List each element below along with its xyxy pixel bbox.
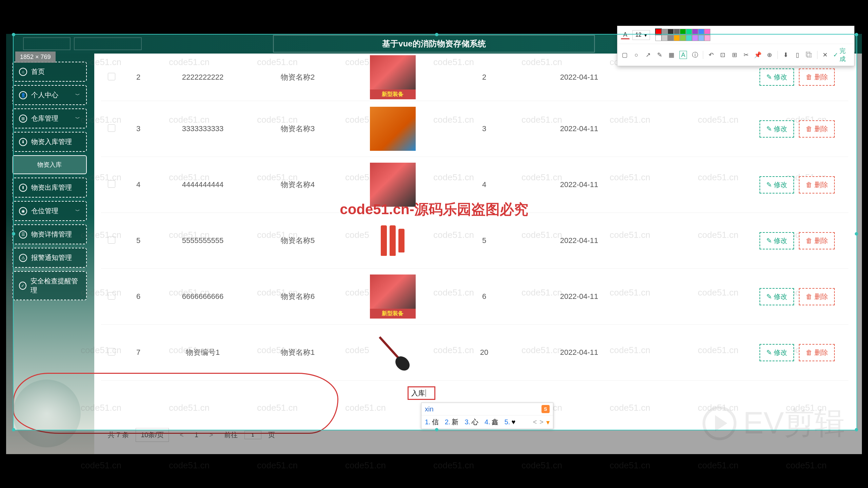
close-icon[interactable]: ✕: [822, 51, 829, 59]
row-code: 5555555555: [155, 236, 250, 245]
done-button[interactable]: ✓ 完成: [833, 47, 851, 63]
row-checkbox[interactable]: [108, 124, 115, 132]
chevron-down-icon: ﹀: [75, 116, 80, 122]
scissors-icon[interactable]: ✂: [743, 51, 750, 59]
sidebar-item-warehouse[interactable]: ⊞仓库管理﹀: [12, 108, 87, 128]
row-checkbox[interactable]: [108, 348, 115, 355]
ime-candidate[interactable]: 1.信: [425, 418, 439, 427]
pen-tool-icon[interactable]: ✎: [656, 51, 664, 59]
row-checkbox[interactable]: [108, 236, 115, 244]
target-icon[interactable]: ⊕: [766, 51, 774, 59]
copy-icon[interactable]: ⿻: [805, 51, 813, 59]
color-swatch[interactable]: [704, 29, 710, 35]
color-swatch[interactable]: [655, 29, 662, 35]
sidebar: ⌂首页 👤个人中心﹀ ⊞仓库管理﹀ ⬇物资入库管理 物资入库 ⬆物资出库管理 ◉…: [12, 62, 87, 380]
delete-button[interactable]: 🗑 删除: [799, 232, 835, 249]
ime-input-row: xin S: [421, 403, 553, 415]
color-swatch[interactable]: [698, 35, 704, 41]
sidebar-item-stockin[interactable]: 物资入库: [12, 155, 87, 174]
header-deco: [74, 37, 142, 50]
color-swatch[interactable]: [662, 29, 668, 35]
color-swatch[interactable]: [704, 35, 710, 41]
crop-icon[interactable]: ⊡: [719, 51, 727, 59]
detail-icon: ☰: [19, 230, 27, 239]
sidebar-item-safety[interactable]: ✓安全检查提醒管理: [12, 271, 87, 300]
row-name: 物资名称3: [250, 124, 345, 134]
edit-button[interactable]: ✎ 修改: [760, 344, 794, 361]
color-swatch[interactable]: [655, 35, 662, 41]
edit-button[interactable]: ✎ 修改: [760, 176, 794, 194]
color-swatch[interactable]: [668, 29, 674, 35]
row-name: 物资名称6: [250, 291, 345, 302]
color-swatch[interactable]: [674, 29, 680, 35]
font-size-select[interactable]: 12▾: [632, 30, 650, 40]
color-swatch[interactable]: [680, 29, 686, 35]
download-icon[interactable]: ⬇: [782, 51, 790, 59]
app-title: 基于vue的消防物资存储系统: [382, 39, 486, 48]
position-icon: ◉: [19, 207, 27, 215]
rect-tool-icon[interactable]: ▢: [621, 51, 629, 59]
ime-candidate[interactable]: 4.鑫: [485, 418, 498, 427]
delete-button[interactable]: 🗑 删除: [799, 288, 835, 305]
row-index: 3: [121, 124, 155, 133]
sidebar-item-position[interactable]: ◉仓位管理﹀: [12, 201, 87, 221]
color-swatch[interactable]: [692, 35, 698, 41]
delete-button[interactable]: 🗑 删除: [799, 344, 835, 361]
row-name: 物资名称2: [250, 72, 345, 82]
ime-candidate[interactable]: 2.新: [445, 418, 459, 427]
row-qty: 5: [440, 236, 528, 245]
sidebar-item-stockout-mgmt[interactable]: ⬆物资出库管理: [12, 178, 87, 198]
font-color-a[interactable]: A: [621, 30, 630, 39]
row-index: 7: [121, 348, 155, 357]
check-icon: ✓: [19, 282, 26, 290]
ime-candidate[interactable]: 3.心: [465, 418, 478, 427]
row-index: 6: [121, 292, 155, 301]
inbox-icon: ⬇: [19, 138, 27, 146]
save-icon[interactable]: ▯: [794, 51, 802, 59]
color-swatch[interactable]: [686, 35, 692, 41]
info-icon[interactable]: ⓘ: [691, 51, 699, 59]
color-swatch[interactable]: [686, 29, 692, 35]
chevron-down-icon: ▾: [644, 32, 647, 38]
mosaic-tool-icon[interactable]: ▦: [668, 51, 675, 59]
sidebar-item-stockin-mgmt[interactable]: ⬇物资入库管理: [12, 132, 87, 152]
delete-button[interactable]: 🗑 删除: [799, 68, 835, 86]
row-name: 物资名称1: [250, 347, 345, 358]
color-swatch[interactable]: [680, 35, 686, 41]
arrow-tool-icon[interactable]: ↗: [644, 51, 652, 59]
color-swatch[interactable]: [698, 29, 704, 35]
edit-button[interactable]: ✎ 修改: [760, 120, 794, 138]
delete-button[interactable]: 🗑 删除: [799, 120, 835, 138]
stock-input-box[interactable]: 入库: [408, 386, 435, 400]
color-swatch[interactable]: [662, 35, 668, 41]
home-icon: ⌂: [19, 68, 27, 76]
dimensions-badge: 1852 × 769: [15, 52, 56, 63]
item-image: [370, 163, 416, 207]
row-checkbox[interactable]: [108, 292, 115, 300]
color-swatch[interactable]: [668, 35, 674, 41]
sidebar-item-detail[interactable]: ☰物资详情管理: [12, 224, 87, 244]
ime-prev[interactable]: <: [533, 418, 537, 426]
edit-button[interactable]: ✎ 修改: [760, 232, 794, 249]
ime-next[interactable]: >: [539, 418, 544, 426]
grid-icon: ⊞: [19, 115, 27, 123]
row-checkbox[interactable]: [108, 180, 115, 188]
sidebar-item-profile[interactable]: 👤个人中心﹀: [12, 85, 87, 105]
ime-more[interactable]: ▾: [546, 418, 550, 426]
ocr-icon[interactable]: ⊞: [731, 51, 738, 59]
svg-point-1: [392, 353, 412, 373]
text-tool-icon[interactable]: A: [679, 51, 687, 59]
sidebar-item-home[interactable]: ⌂首页: [12, 62, 87, 82]
edit-button[interactable]: ✎ 修改: [760, 68, 794, 86]
color-swatch[interactable]: [674, 35, 680, 41]
row-checkbox[interactable]: [108, 73, 115, 80]
edit-button[interactable]: ✎ 修改: [760, 288, 794, 305]
ime-candidate[interactable]: 5.♥: [505, 418, 516, 426]
pin-icon[interactable]: 📌: [754, 51, 762, 59]
sidebar-item-alarm[interactable]: ⚠报警通知管理: [12, 248, 87, 268]
delete-button[interactable]: 🗑 删除: [799, 176, 835, 194]
undo-icon[interactable]: ↶: [707, 51, 715, 59]
color-swatch[interactable]: [692, 29, 698, 35]
svg-line-0: [379, 337, 399, 359]
circle-tool-icon[interactable]: ○: [633, 51, 640, 59]
